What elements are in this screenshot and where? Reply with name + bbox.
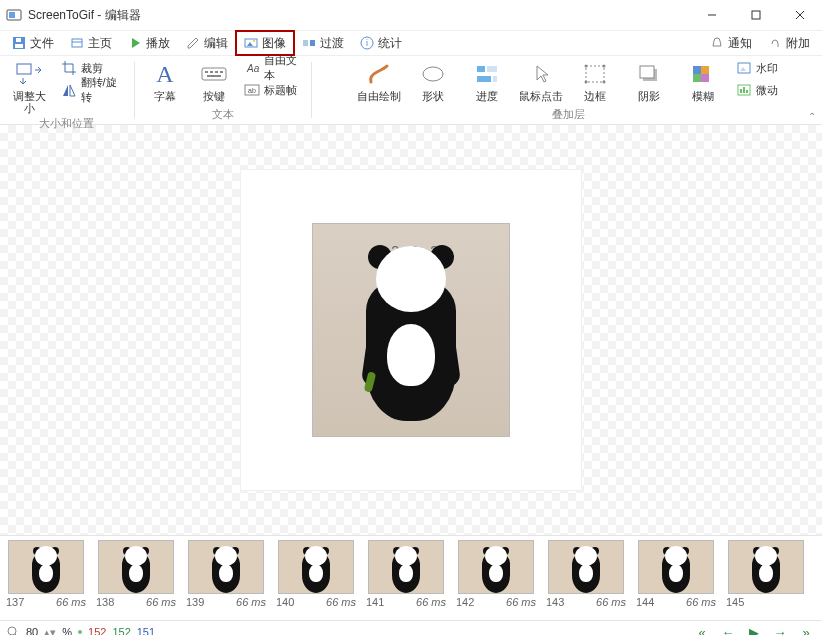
svg-point-32 bbox=[423, 67, 443, 81]
frame-duration: 66 ms bbox=[326, 596, 356, 608]
frame-cell[interactable]: 14166 ms bbox=[366, 540, 446, 608]
frame-number: 145 bbox=[726, 596, 744, 608]
titleframe-button[interactable]: ab 标题帧 bbox=[240, 80, 303, 100]
shape-label: 形状 bbox=[422, 90, 444, 102]
frame-number: 142 bbox=[456, 596, 474, 608]
svg-rect-7 bbox=[15, 44, 23, 48]
shape-button[interactable]: 形状 bbox=[408, 58, 458, 104]
svg-marker-20 bbox=[63, 85, 68, 96]
menu-filter[interactable]: 过渡 bbox=[294, 31, 352, 55]
collapse-ribbon-icon[interactable]: ⌃ bbox=[808, 111, 816, 122]
frame-number: 143 bbox=[546, 596, 564, 608]
statusbar: 80 ▴▾ % 152 152 151 « ← ▶ → » bbox=[0, 621, 822, 635]
resize-icon bbox=[13, 60, 45, 88]
freetext-icon: Aa bbox=[244, 60, 260, 76]
frame-duration: 66 ms bbox=[56, 596, 86, 608]
zoom-icon[interactable] bbox=[6, 625, 20, 635]
menu-home-label: 主页 bbox=[88, 35, 112, 52]
prev-frame-button[interactable]: ← bbox=[718, 625, 738, 636]
svg-text:i: i bbox=[366, 38, 368, 48]
frame-number: 138 bbox=[96, 596, 114, 608]
micro-button[interactable]: 微动 bbox=[732, 80, 782, 100]
caption-button[interactable]: A 字幕 bbox=[143, 58, 187, 104]
home-icon bbox=[70, 36, 84, 50]
menu-edit[interactable]: 编辑 bbox=[178, 31, 236, 55]
menu-stats-label: 统计 bbox=[378, 35, 402, 52]
zoom-value: 80 bbox=[26, 626, 38, 635]
menu-attach[interactable]: 附加 bbox=[760, 31, 818, 55]
svg-marker-13 bbox=[247, 42, 253, 46]
frame-cell[interactable]: 13866 ms bbox=[96, 540, 176, 608]
canvas-white: ? ? ? bbox=[241, 170, 581, 490]
frames-strip[interactable]: 13766 ms13866 ms13966 ms14066 ms14166 ms… bbox=[0, 536, 822, 621]
menu-image[interactable]: 图像 bbox=[236, 31, 294, 55]
border-label: 边框 bbox=[584, 90, 606, 102]
frame-number: 141 bbox=[366, 596, 384, 608]
menu-play[interactable]: 播放 bbox=[120, 31, 178, 55]
frame-cell[interactable]: 14466 ms bbox=[636, 540, 716, 608]
maximize-button[interactable] bbox=[734, 0, 778, 30]
border-button[interactable]: 边框 bbox=[570, 58, 620, 104]
svg-rect-36 bbox=[493, 76, 497, 82]
svg-rect-19 bbox=[17, 64, 31, 74]
last-frame-button[interactable]: » bbox=[796, 625, 816, 636]
watermark-label: 水印 bbox=[756, 61, 778, 76]
shadow-button[interactable]: 阴影 bbox=[624, 58, 674, 104]
svg-rect-43 bbox=[640, 66, 654, 78]
group-size-label: 大小和位置 bbox=[6, 116, 126, 131]
canvas-area[interactable]: ? ? ? bbox=[0, 125, 822, 536]
freetext-button[interactable]: Aa 自由文本 bbox=[240, 58, 303, 78]
group-size: 调整大小 裁剪 翻转/旋转 大小和位置 bbox=[0, 56, 132, 124]
svg-point-41 bbox=[603, 81, 606, 84]
svg-rect-16 bbox=[310, 40, 315, 46]
svg-rect-47 bbox=[701, 74, 709, 82]
next-frame-button[interactable]: → bbox=[770, 625, 790, 636]
frame-cell[interactable]: 13966 ms bbox=[186, 540, 266, 608]
keys-button[interactable]: 按键 bbox=[191, 58, 235, 104]
menu-stats[interactable]: i 统计 bbox=[352, 31, 410, 55]
frame-thumb bbox=[548, 540, 624, 594]
fliprot-button[interactable]: 翻转/旋转 bbox=[57, 80, 126, 100]
stat-frames: 152 bbox=[88, 626, 106, 635]
frame-cell[interactable]: 145 bbox=[726, 540, 806, 608]
fliprot-label: 翻转/旋转 bbox=[81, 75, 122, 105]
menu-filter-label: 过渡 bbox=[320, 35, 344, 52]
menu-file[interactable]: 文件 bbox=[4, 31, 62, 55]
close-button[interactable] bbox=[778, 0, 822, 30]
svg-rect-24 bbox=[205, 71, 208, 73]
frame-cell[interactable]: 14066 ms bbox=[276, 540, 356, 608]
mouseclick-button[interactable]: 鼠标点击 bbox=[516, 58, 566, 104]
frame-number: 139 bbox=[186, 596, 204, 608]
frame-thumb bbox=[728, 540, 804, 594]
bell-icon bbox=[710, 36, 724, 50]
blur-button[interactable]: 模糊 bbox=[678, 58, 728, 104]
minimize-button[interactable] bbox=[690, 0, 734, 30]
frame-cell[interactable]: 14266 ms bbox=[456, 540, 536, 608]
fliprot-icon bbox=[61, 82, 77, 98]
svg-rect-35 bbox=[477, 76, 491, 82]
frame-preview: ? ? ? bbox=[312, 223, 510, 437]
play-button[interactable]: ▶ bbox=[744, 625, 764, 636]
brush-icon bbox=[363, 60, 395, 88]
progress-button[interactable]: 进度 bbox=[462, 58, 512, 104]
watermark-button[interactable]: 水印 bbox=[732, 58, 782, 78]
first-frame-button[interactable]: « bbox=[692, 625, 712, 636]
frame-cell[interactable]: 13766 ms bbox=[6, 540, 86, 608]
freetext-label: 自由文本 bbox=[264, 53, 299, 83]
svg-text:A: A bbox=[157, 62, 175, 86]
resize-button[interactable]: 调整大小 bbox=[6, 58, 53, 116]
frame-thumb bbox=[98, 540, 174, 594]
menu-home[interactable]: 主页 bbox=[62, 31, 120, 55]
frame-cell[interactable]: 14366 ms bbox=[546, 540, 626, 608]
micro-icon bbox=[736, 82, 752, 98]
menu-notify[interactable]: 通知 bbox=[702, 31, 760, 55]
freedraw-button[interactable]: 自由绘制 bbox=[354, 58, 404, 104]
shape-icon bbox=[417, 60, 449, 88]
svg-text:Aa: Aa bbox=[246, 63, 260, 74]
group-text: A 字幕 按键 Aa 自由文本 ab 标题帧 文本 bbox=[137, 56, 309, 124]
svg-rect-33 bbox=[477, 66, 485, 72]
transition-icon bbox=[302, 36, 316, 50]
frame-thumb bbox=[278, 540, 354, 594]
svg-rect-23 bbox=[202, 68, 226, 80]
image-icon bbox=[244, 36, 258, 50]
